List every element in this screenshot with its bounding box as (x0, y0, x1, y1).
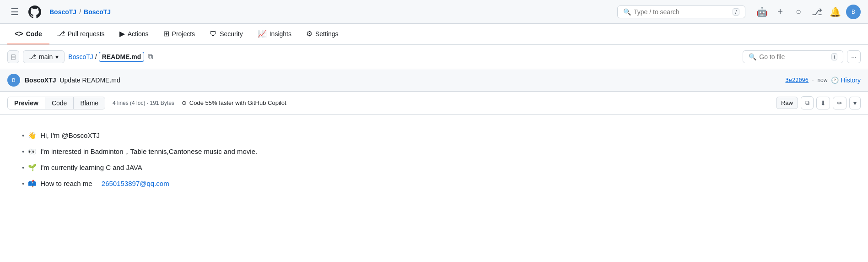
commit-info: BoscoXTJ Update README.md (25, 76, 781, 84)
nav-label-insights: Insights (270, 30, 291, 38)
top-navigation: ☰ BoscoTJ / BoscoTJ 🔍 / 🤖 + ○ ⎇ 🔔 B (0, 0, 868, 24)
settings-icon: ⚙ (306, 29, 313, 38)
create-button[interactable]: + (773, 5, 787, 19)
nav-label-projects: Projects (172, 30, 195, 38)
issues-button[interactable]: ○ (791, 5, 806, 19)
nav-item-pull-requests[interactable]: ⎇ Pull requests (49, 24, 112, 44)
nav-item-projects[interactable]: ⊞ Projects (156, 24, 203, 44)
top-nav-actions: 🤖 + ○ ⎇ 🔔 B (755, 5, 861, 19)
copilot-button[interactable]: 🤖 (755, 5, 769, 19)
file-toolbar: Preview Code Blame 4 lines (4 loc) · 191… (0, 92, 868, 115)
sidebar-toggle-button[interactable]: ⌸ (7, 50, 19, 63)
file-breadcrumb-bar: ⌸ ⎇ main ▾ BoscoTJ / README.md ⧉ 🔍 t ··· (0, 45, 868, 69)
readme-line-3: 🌱 I'm currently learning C and JAVA (22, 161, 846, 174)
line-2-text: I'm interested in Badminton，Table tennis… (40, 145, 257, 158)
path-separator: / (95, 53, 97, 60)
line-3-text: I'm currently learning C and JAVA (40, 161, 142, 174)
nav-item-security[interactable]: 🛡 Security (202, 24, 250, 44)
goto-file-field[interactable] (759, 53, 829, 60)
branch-name: main (39, 53, 53, 60)
commit-meta: 3e22096 · now 🕐 History (786, 76, 861, 84)
more-options-button[interactable]: ··· (847, 50, 861, 63)
commit-message: Update README.md (59, 76, 120, 84)
history-link[interactable]: 🕐 History (831, 76, 861, 84)
actions-icon: ▶ (119, 29, 125, 38)
copy-path-button[interactable]: ⧉ (148, 53, 153, 61)
emoji-wave: 👋 (28, 129, 37, 142)
nav-item-actions[interactable]: ▶ Actions (112, 24, 156, 44)
goto-file-icon: 🔍 (749, 53, 756, 60)
emoji-mailbox: 📫 (28, 177, 37, 190)
nav-item-settings[interactable]: ⚙ Settings (299, 24, 346, 44)
branch-dropdown-icon: ▾ (55, 53, 59, 60)
repo-link-in-path[interactable]: BoscoTJ (68, 53, 93, 60)
line-1-text: Hi, I'm @BoscoXTJ (40, 129, 100, 142)
repo-navigation: <> Code ⎇ Pull requests ▶ Actions ⊞ Proj… (0, 24, 868, 45)
nav-user-link[interactable]: BoscoTJ (49, 8, 76, 16)
pull-requests-button[interactable]: ⎇ (809, 5, 824, 19)
nav-slash: / (79, 8, 81, 16)
history-label: History (841, 76, 861, 84)
nav-label-actions: Actions (128, 30, 149, 38)
view-tabs: Preview Code Blame (7, 97, 105, 109)
branch-selector[interactable]: ⎇ main ▾ (23, 50, 65, 63)
copilot-badge-icon: ⊙ (182, 99, 187, 106)
hamburger-button[interactable]: ☰ (7, 5, 22, 19)
line-4-text: How to reach me (40, 177, 92, 190)
nav-item-insights[interactable]: 📈 Insights (250, 24, 299, 44)
security-icon: 🛡 (210, 30, 217, 38)
emoji-seedling: 🌱 (28, 161, 37, 174)
file-stats: 4 lines (4 loc) · 191 Bytes (113, 100, 174, 106)
tab-code[interactable]: Code (45, 97, 74, 109)
nav-breadcrumb: BoscoTJ / BoscoTJ (49, 8, 111, 16)
email-link[interactable]: 2650153897@qq.com (102, 177, 169, 190)
nav-repo-link[interactable]: BoscoTJ (84, 8, 111, 16)
code-icon: <> (15, 30, 23, 38)
current-filename: README.md (99, 52, 145, 62)
edit-button[interactable]: ✏ (833, 97, 846, 109)
nav-label-code: Code (26, 30, 42, 38)
avatar[interactable]: B (846, 5, 861, 19)
commit-avatar: B (7, 74, 20, 87)
readme-line-4: 📫 How to reach me 2650153897@qq.com (22, 177, 846, 190)
projects-icon: ⊞ (163, 29, 169, 38)
commit-hash-link[interactable]: 3e22096 (786, 77, 809, 83)
file-path: BoscoTJ / README.md (68, 52, 144, 62)
copilot-badge: ⊙ Code 55% faster with GitHub Copilot (182, 99, 286, 106)
goto-file-input[interactable]: 🔍 t (743, 50, 843, 63)
history-icon: 🕐 (831, 76, 839, 84)
readme-line-2: 👀 I'm interested in Badminton，Table tenn… (22, 145, 846, 158)
tab-blame[interactable]: Blame (74, 97, 105, 109)
emoji-eyes: 👀 (28, 145, 37, 158)
insights-icon: 📈 (258, 29, 267, 38)
search-bar[interactable]: 🔍 / (617, 5, 745, 18)
nav-label-settings: Settings (315, 30, 339, 38)
readme-line-1: 👋 Hi, I'm @BoscoXTJ (22, 129, 846, 142)
tab-preview[interactable]: Preview (8, 97, 45, 109)
commit-author: BoscoXTJ (25, 76, 56, 84)
notifications-button[interactable]: 🔔 (828, 5, 842, 19)
readme-list: 👋 Hi, I'm @BoscoXTJ 👀 I'm interested in … (22, 129, 846, 190)
copilot-badge-text: Code 55% faster with GitHub Copilot (189, 99, 286, 106)
goto-file-kbd: t (831, 53, 837, 60)
copy-file-button[interactable]: ⧉ (801, 96, 814, 109)
search-icon: 🔍 (623, 8, 631, 16)
search-kbd: / (733, 8, 739, 16)
nav-item-code[interactable]: <> Code (7, 24, 49, 44)
nav-label-pull-requests: Pull requests (68, 30, 105, 38)
file-actions: Raw ⧉ ⬇ ✏ ▾ (776, 96, 861, 109)
search-input[interactable] (634, 8, 730, 16)
commit-row: B BoscoXTJ Update README.md 3e22096 · no… (0, 69, 868, 92)
commit-time-separator: · (812, 77, 814, 83)
more-file-options-button[interactable]: ▾ (849, 97, 861, 109)
github-logo (27, 5, 42, 19)
download-button[interactable]: ⬇ (816, 97, 830, 109)
file-content: 👋 Hi, I'm @BoscoXTJ 👀 I'm interested in … (0, 115, 868, 204)
raw-button[interactable]: Raw (776, 97, 798, 109)
pull-request-icon: ⎇ (57, 29, 65, 38)
branch-icon: ⎇ (29, 53, 36, 60)
commit-time: now (817, 77, 827, 83)
nav-label-security: Security (220, 30, 243, 38)
